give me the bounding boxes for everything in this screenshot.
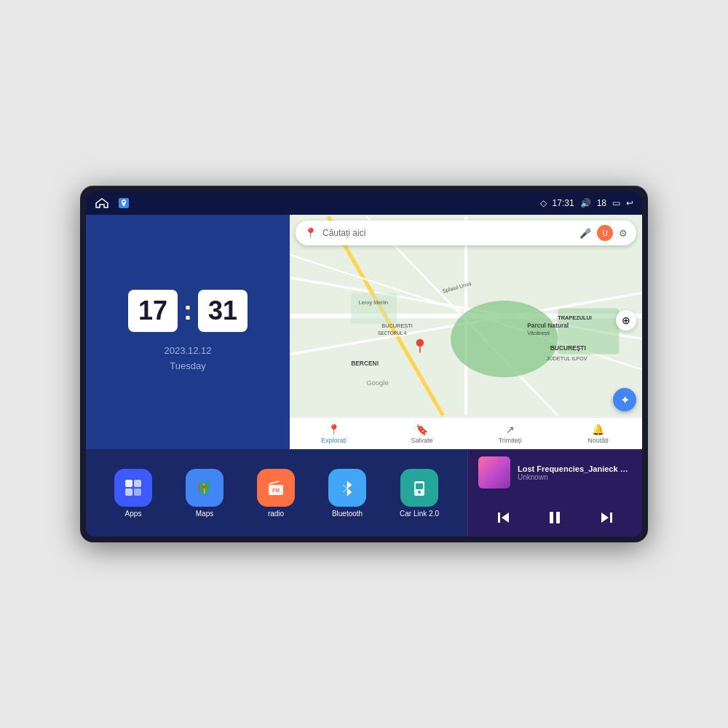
- clock-display: 17 : 31: [128, 290, 248, 332]
- music-controls: [478, 506, 632, 529]
- map-navigate-button[interactable]: ✦: [613, 388, 636, 411]
- svg-line-32: [269, 481, 279, 484]
- main-content: 17 : 31 2023.12.12 Tuesday: [86, 215, 642, 537]
- apps-icon: [114, 469, 152, 507]
- map-nav-salvate[interactable]: 🔖 Salvate: [378, 418, 466, 449]
- svg-text:BERCENI: BERCENI: [351, 360, 379, 367]
- top-section: 17 : 31 2023.12.12 Tuesday: [86, 215, 642, 449]
- status-right: ◇ 17:31 🔊 18 ▭ ↩: [540, 198, 633, 208]
- back-icon[interactable]: ↩: [626, 198, 633, 208]
- battery-icon: ▭: [612, 198, 620, 208]
- map-user-avatar[interactable]: U: [597, 225, 613, 241]
- car-display-device: ◇ 17:31 🔊 18 ▭ ↩ 17 : 31 2023: [80, 186, 648, 542]
- map-nav-explore-label: Explorați: [321, 437, 347, 444]
- volume-icon: 🔊: [580, 198, 591, 208]
- svg-point-23: [416, 339, 424, 347]
- map-nav-trimiteti[interactable]: ↗ Trimiteți: [466, 418, 554, 449]
- app-item-carlink[interactable]: Car Link 2.0: [400, 469, 439, 518]
- svg-rect-38: [556, 512, 560, 523]
- svg-text:SECTORUL 4: SECTORUL 4: [378, 331, 407, 336]
- status-bar: ◇ 17:31 🔊 18 ▭ ↩: [86, 191, 642, 215]
- apps-label: Apps: [125, 510, 142, 518]
- svg-text:JUDEȚUL ILFOV: JUDEȚUL ILFOV: [546, 355, 587, 362]
- map-nav-noutati[interactable]: 🔔 Noutăți: [554, 418, 642, 449]
- music-next-button[interactable]: [595, 506, 618, 529]
- map-bottom-nav: 📍 Explorați 🔖 Salvate ↗ Trimiteți 🔔: [290, 417, 642, 449]
- maps-shortcut-icon[interactable]: [116, 196, 131, 210]
- music-info: Lost Frequencies_Janieck Devy-... Unknow…: [478, 456, 632, 488]
- clock-date: 2023.12.12 Tuesday: [164, 344, 211, 374]
- svg-text:TRAPEZULUI: TRAPEZULUI: [558, 314, 592, 321]
- device-screen: ◇ 17:31 🔊 18 ▭ ↩ 17 : 31 2023: [86, 191, 642, 537]
- map-search-bar[interactable]: 📍 Căutați aici 🎤 U ⚙: [296, 221, 636, 245]
- music-text: Lost Frequencies_Janieck Devy-... Unknow…: [518, 464, 632, 481]
- map-saved-icon: 🔖: [416, 424, 428, 435]
- app-item-maps[interactable]: Maps: [186, 469, 223, 518]
- maps-icon: [186, 469, 223, 507]
- svg-point-35: [418, 491, 421, 494]
- map-share-icon: ↗: [506, 424, 515, 435]
- svg-point-9: [451, 301, 558, 377]
- svg-point-29: [202, 486, 205, 488]
- signal-strength: 18: [597, 198, 606, 208]
- map-explore-icon: 📍: [328, 424, 340, 435]
- bluetooth-label: Bluetooth: [332, 510, 363, 518]
- svg-rect-28: [134, 488, 141, 496]
- map-search-field[interactable]: Căutați aici: [323, 228, 574, 238]
- location-icon: ◇: [540, 198, 547, 208]
- map-widget[interactable]: Parcul Natural Văcărești TRAPEZULUI BUCU…: [290, 215, 642, 449]
- music-prev-button[interactable]: [492, 506, 515, 529]
- svg-text:Văcărești: Văcărești: [527, 330, 550, 336]
- svg-rect-25: [125, 480, 132, 487]
- music-thumbnail: [478, 456, 510, 488]
- carlink-icon: [400, 469, 438, 507]
- map-mic-icon[interactable]: 🎤: [579, 228, 591, 239]
- map-nav-news-label: Noutăți: [587, 437, 609, 444]
- music-title: Lost Frequencies_Janieck Devy-...: [518, 464, 632, 473]
- svg-text:BUCUREȘTI: BUCUREȘTI: [381, 323, 413, 329]
- music-artist: Unknown: [518, 473, 632, 481]
- svg-rect-26: [134, 480, 141, 487]
- svg-rect-36: [498, 513, 500, 523]
- map-search-pin-icon: 📍: [304, 227, 317, 239]
- carlink-label: Car Link 2.0: [400, 510, 439, 518]
- map-settings-icon[interactable]: ⚙: [619, 228, 628, 239]
- music-thumbnail-art: [478, 456, 510, 488]
- status-left: [95, 196, 131, 210]
- clock-hour: 17: [128, 290, 178, 332]
- svg-rect-11: [351, 293, 397, 323]
- music-player: Lost Frequencies_Janieck Devy-... Unknow…: [467, 449, 642, 537]
- bottom-section: Apps Maps: [86, 449, 642, 537]
- clock-widget: 17 : 31 2023.12.12 Tuesday: [86, 215, 290, 449]
- radio-label: radio: [268, 510, 284, 518]
- clock-separator: :: [183, 296, 192, 326]
- home-icon[interactable]: [95, 196, 109, 210]
- svg-rect-39: [610, 513, 612, 523]
- music-play-pause-button[interactable]: [543, 506, 566, 529]
- map-nav-share-label: Trimiteți: [499, 437, 522, 444]
- svg-text:Google: Google: [366, 379, 388, 387]
- radio-icon: FM: [257, 469, 295, 507]
- app-item-apps[interactable]: Apps: [114, 469, 152, 518]
- svg-text:BUCUREȘTI: BUCUREȘTI: [550, 344, 586, 352]
- map-nav-explorати[interactable]: 📍 Explorați: [290, 418, 378, 449]
- svg-rect-37: [550, 512, 553, 523]
- app-item-radio[interactable]: FM radio: [257, 469, 295, 518]
- map-news-icon: 🔔: [592, 424, 604, 435]
- svg-text:Parcul Natural: Parcul Natural: [527, 322, 569, 329]
- svg-text:Leroy Merlin: Leroy Merlin: [359, 299, 389, 306]
- map-zoom-button[interactable]: ⊕: [616, 310, 636, 331]
- svg-text:FM: FM: [272, 488, 280, 493]
- map-nav-saved-label: Salvate: [411, 437, 432, 444]
- app-item-bluetooth[interactable]: Bluetooth: [328, 469, 366, 518]
- maps-label: Maps: [196, 510, 213, 518]
- svg-rect-27: [125, 488, 132, 496]
- svg-rect-34: [416, 483, 423, 489]
- apps-panel: Apps Maps: [86, 449, 467, 537]
- bluetooth-icon: [328, 469, 366, 507]
- status-time: 17:31: [553, 198, 574, 208]
- clock-minute: 31: [198, 290, 248, 332]
